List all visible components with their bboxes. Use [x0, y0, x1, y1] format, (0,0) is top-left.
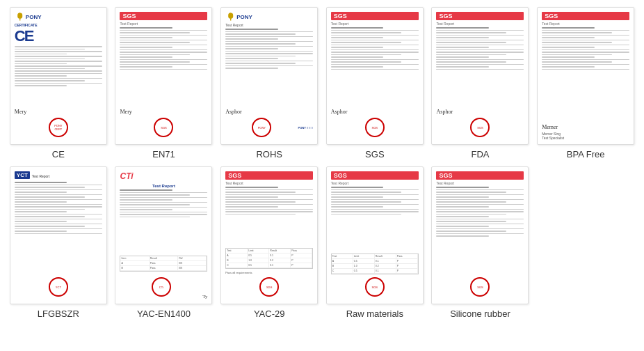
cert-label-bpa: BPA Free [567, 149, 605, 159]
cert-label-rohs: ROHS [256, 149, 282, 159]
cert-label-raw-materials: Raw materials [346, 309, 403, 319]
svg-point-1 [230, 13, 232, 15]
cert-doc-bpa[interactable]: SGS Test Report [537, 7, 634, 145]
svg-point-0 [18, 13, 20, 15]
cert-doc-yac29[interactable]: SGS Test Report Test Limit [220, 166, 318, 304]
cert-doc-en71[interactable]: SGS Test Report [115, 7, 212, 145]
cert-doc-sgs[interactable]: SGS Test Report [326, 7, 424, 145]
cert-doc-rohs[interactable]: PONY Test Report [220, 7, 318, 145]
cert-grid-row2: YCT Test Report [0, 166, 644, 326]
cert-label-fda: FDA [471, 149, 489, 159]
cert-label-yac-en1400: YAC-EN1400 [137, 309, 191, 319]
cert-label-yac29: YAC-29 [254, 309, 285, 319]
cert-item-yac29: SGS Test Report Test Limit [219, 166, 319, 319]
cert-item-empty [536, 166, 636, 319]
cert-label-en71: EN71 [152, 149, 175, 159]
cert-label-lfgbszr: LFGBSZR [38, 309, 79, 319]
cert-doc-silicone[interactable]: SGS Test Report [431, 166, 529, 304]
cert-item-sgs: SGS Test Report [325, 7, 425, 159]
cert-item-ce: PONY CERTIFICATE CE [8, 7, 108, 159]
cert-item-raw-materials: SGS Test Report Test Limit [325, 166, 425, 319]
cert-label-ce: CE [52, 149, 65, 159]
cert-item-yac-en1400: CTi Test Report Item Result [114, 166, 214, 319]
cert-doc-fda[interactable]: SGS Test Report [431, 7, 529, 145]
cert-label-sgs: SGS [365, 149, 384, 159]
cert-doc-yac-en1400[interactable]: CTi Test Report Item Result [115, 166, 212, 304]
cert-label-silicone: Silicone rubber [450, 309, 510, 319]
cert-item-bpa: SGS Test Report [536, 7, 636, 159]
cert-item-lfgbszr: YCT Test Report [8, 166, 108, 319]
cert-doc-raw-materials[interactable]: SGS Test Report Test Limit [326, 166, 424, 304]
cert-doc-ce[interactable]: PONY CERTIFICATE CE [10, 7, 107, 145]
cert-item-silicone: SGS Test Report [430, 166, 531, 319]
cert-item-fda: SGS Test Report [430, 7, 531, 159]
cert-item-rohs: PONY Test Report [219, 7, 319, 159]
cert-grid-row1: PONY CERTIFICATE CE [0, 0, 644, 166]
cert-item-en71: SGS Test Report [114, 7, 214, 159]
cert-doc-lfgbszr[interactable]: YCT Test Report [10, 166, 107, 304]
